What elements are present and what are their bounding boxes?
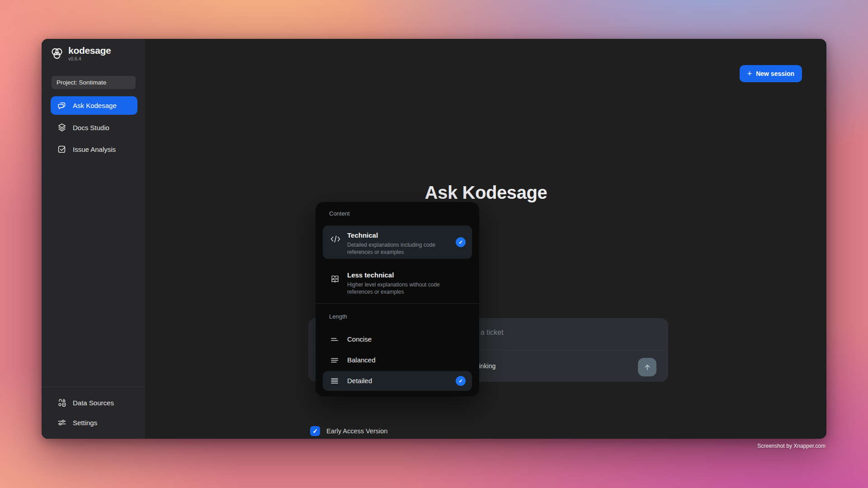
sidebar-footer: Data Sources Settings [42,387,145,439]
sidebar-item-label: Ask Kodesage [73,102,117,109]
sidebar-item-data-sources[interactable]: Data Sources [51,394,137,412]
option-description: Higher level explanations without code r… [347,281,453,296]
menu-option-balanced[interactable]: Balanced [323,351,472,369]
sidebar-item-label: Data Sources [73,399,114,407]
sidebar-item-label: Docs Studio [73,124,109,131]
sliders-icon [57,418,67,427]
selected-check-icon: ✓ [456,376,466,386]
sidebar-item-label: Settings [73,419,97,427]
book-icon [330,274,340,284]
new-session-label: New session [756,70,794,77]
arrow-up-icon [642,362,652,372]
menu-option-less-technical[interactable]: Less technical Higher level explanations… [323,265,472,300]
sidebar: kodesage v0.6.4 Project: Sontimate Ask K… [42,39,146,439]
sidebar-item-issue-analysis[interactable]: Issue Analysis [51,140,137,158]
option-title: Detailed [347,377,372,385]
chat-bubbles-icon [57,101,67,111]
lines-4-icon [330,376,339,385]
sidebar-item-settings[interactable]: Settings [51,413,137,432]
kodesage-knot-icon [49,46,65,62]
app-name: kodesage [68,46,111,56]
layers-icon [57,122,67,132]
code-icon [330,235,341,244]
option-title: Technical [347,231,378,239]
option-description: Detailed explanations including code ref… [347,241,453,256]
project-selector[interactable]: Project: Sontimate [52,76,136,89]
lines-3-icon [330,356,339,365]
option-title: Concise [347,335,372,343]
menu-option-technical[interactable]: Technical Detailed explanations includin… [323,225,472,259]
style-menu-popup: Content Technical Detailed explanations … [316,202,479,396]
sidebar-item-docs-studio[interactable]: Docs Studio [51,118,137,136]
send-button[interactable] [638,358,656,376]
content-section-label: Content [329,210,350,217]
length-section-label: Length [329,313,347,320]
option-title: Balanced [347,356,376,364]
lines-2-icon [330,335,339,344]
new-session-button[interactable]: + New session [740,65,802,82]
early-access-checkbox[interactable]: ✓ [310,426,320,436]
plus-icon: + [747,70,752,78]
early-access-row: ✓ Early Access Version [310,426,387,436]
menu-divider [316,303,479,304]
main-content: + New session Ask Kodesage a ticket Styl… [146,39,826,439]
app-version: v0.6.4 [68,56,111,61]
message-input[interactable]: a ticket [481,328,504,337]
early-access-label: Early Access Version [326,427,387,435]
app-logo: kodesage v0.6.4 [49,46,111,62]
selected-check-icon: ✓ [456,237,466,247]
menu-option-concise[interactable]: Concise [323,330,472,348]
menu-option-detailed[interactable]: Detailed ✓ [323,371,472,391]
shapes-icon [57,398,67,408]
check-square-icon [57,144,67,154]
app-window: kodesage v0.6.4 Project: Sontimate Ask K… [42,39,826,439]
sidebar-item-ask-kodesage[interactable]: Ask Kodesage [51,96,137,115]
page-title: Ask Kodesage [146,183,826,203]
sidebar-item-label: Issue Analysis [73,145,116,153]
watermark: Screenshot by Xnapper.com [757,443,826,449]
option-title: Less technical [347,271,394,279]
